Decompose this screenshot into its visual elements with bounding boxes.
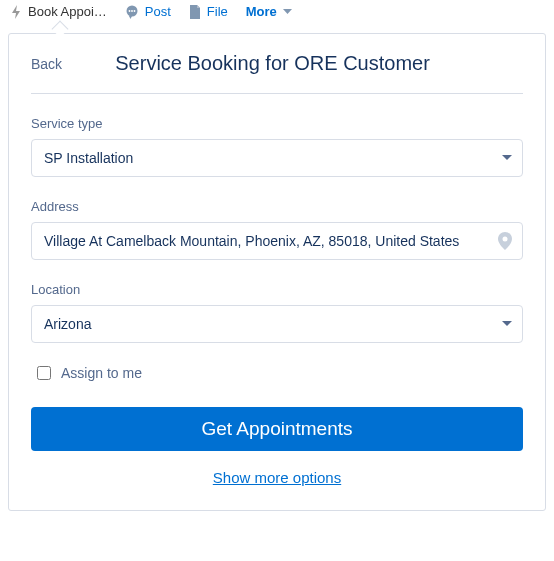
address-input[interactable]: Village At Camelback Mountain, Phoenix, …	[31, 222, 523, 260]
svg-point-4	[503, 237, 508, 242]
field-location: Location Arizona	[31, 282, 523, 343]
field-address: Address Village At Camelback Mountain, P…	[31, 199, 523, 260]
get-appointments-button[interactable]: Get Appointments	[31, 407, 523, 451]
tab-label: More	[246, 4, 277, 19]
tab-book-appointment[interactable]: Book Appoi…	[10, 4, 107, 19]
tab-file[interactable]: File	[189, 4, 228, 19]
chevron-down-icon	[283, 9, 292, 15]
address-label: Address	[31, 199, 523, 214]
service-type-select[interactable]: SP Installation	[31, 139, 523, 177]
location-label: Location	[31, 282, 523, 297]
page-title: Service Booking for ORE Customer	[22, 52, 523, 75]
chat-icon	[125, 5, 139, 19]
field-service-type: Service type SP Installation	[31, 116, 523, 177]
action-tabs: Book Appoi… Post File More	[0, 0, 554, 25]
location-select[interactable]: Arizona	[31, 305, 523, 343]
assign-to-me-checkbox[interactable]	[37, 366, 51, 380]
tab-label: Post	[145, 4, 171, 19]
assign-to-me-label: Assign to me	[61, 365, 142, 381]
address-value: Village At Camelback Mountain, Phoenix, …	[44, 233, 459, 249]
svg-point-1	[128, 10, 130, 12]
panel-header: Back Service Booking for ORE Customer	[31, 52, 523, 94]
location-value: Arizona	[44, 316, 91, 332]
tab-label: File	[207, 4, 228, 19]
tab-label: Book Appoi…	[28, 4, 107, 19]
file-icon	[189, 5, 201, 19]
location-pin-icon	[498, 232, 512, 250]
svg-point-2	[131, 10, 133, 12]
chevron-down-icon	[502, 321, 512, 327]
service-type-value: SP Installation	[44, 150, 133, 166]
service-type-label: Service type	[31, 116, 523, 131]
show-more-options-link[interactable]: Show more options	[31, 469, 523, 486]
chevron-down-icon	[502, 155, 512, 161]
assign-to-me-row[interactable]: Assign to me	[37, 365, 523, 381]
booking-panel: Back Service Booking for ORE Customer Se…	[8, 33, 546, 511]
tab-more[interactable]: More	[246, 4, 292, 19]
bolt-icon	[10, 5, 22, 19]
tab-post[interactable]: Post	[125, 4, 171, 19]
svg-point-3	[133, 10, 135, 12]
